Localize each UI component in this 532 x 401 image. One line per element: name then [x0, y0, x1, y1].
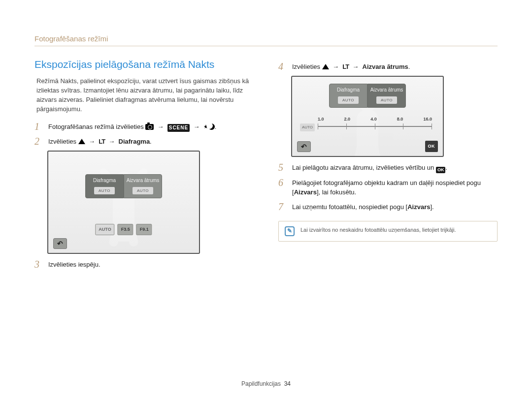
- ok-icon: OK: [436, 167, 446, 173]
- tab-diaphragm[interactable]: Diafragma AUTO: [85, 174, 124, 198]
- step-text: Izvēlieties → LT → Aizvara ātrums.: [292, 61, 498, 72]
- auto-badge: AUTO: [376, 96, 397, 104]
- content-columns: Ekspozīcijas pielāgošana režīmā Nakts Re…: [34, 57, 498, 274]
- step-number: 4: [278, 61, 287, 72]
- step-text: Pielāgojiet fotografējamo objektu kadram…: [292, 177, 498, 197]
- chip-auto[interactable]: AUTO: [95, 224, 114, 235]
- note-icon: ✎: [285, 226, 295, 236]
- lt-icon: LT: [342, 63, 349, 70]
- tab-shutter[interactable]: Aizvara ātrums AUTO: [124, 174, 162, 198]
- note-text: Lai izvairītos no neskaidru fotoattēlu u…: [300, 226, 456, 234]
- slider-auto-chip[interactable]: AUTO: [300, 123, 315, 131]
- intro-text: Režīmā Nakts, palielinot ekspozīciju, va…: [34, 77, 254, 114]
- step-number: 6: [278, 177, 287, 188]
- tab-diaphragm[interactable]: Diafragma AUTO: [329, 84, 367, 108]
- footer-page: 34: [284, 380, 291, 387]
- note-box: ✎ Lai izvairītos no neskaidru fotoattēlu…: [278, 221, 498, 242]
- ok-button[interactable]: OK: [425, 141, 438, 152]
- step-3: 3 Izvēlieties iespēju.: [34, 259, 254, 270]
- auto-badge: AUTO: [338, 96, 359, 104]
- left-column: Ekspozīcijas pielāgošana režīmā Nakts Re…: [34, 57, 254, 274]
- step-text: Izvēlieties → LT → Diafragma.: [48, 136, 254, 147]
- step-text: Fotografēšanas režīmā izvēlieties → SCEN…: [48, 121, 254, 132]
- step-5: 5 Lai pielāgotu aizvara ātrumu, izvēliet…: [278, 162, 498, 173]
- step-number: 3: [34, 259, 43, 270]
- step-number: 1: [34, 121, 43, 132]
- page-title: Ekspozīcijas pielāgošana režīmā Nakts: [34, 57, 254, 72]
- triangle-up-icon: [322, 64, 329, 69]
- mode-tabs: Diafragma AUTO Aizvara ātrums AUTO: [85, 174, 162, 198]
- camera-icon: [145, 124, 154, 130]
- chip-f35[interactable]: F3.5: [118, 224, 133, 235]
- step-1: 1 Fotografēšanas režīmā izvēlieties → SC…: [34, 121, 254, 132]
- step-text: Lai pielāgotu aizvara ātrumu, izvēlietie…: [292, 162, 498, 173]
- chip-f91[interactable]: F9.1: [136, 224, 152, 235]
- back-arrow-icon: ↶: [57, 239, 63, 248]
- moon-icon: [208, 123, 215, 130]
- auto-badge: AUTO: [133, 187, 153, 195]
- step-6: 6 Pielāgojiet fotografējamo objektu kadr…: [278, 177, 498, 197]
- camera-screen-diaphragm: Diafragma AUTO Aizvara ātrums AUTO AUTO …: [47, 151, 200, 254]
- footer-section: Papildfunkcijas: [241, 380, 281, 387]
- back-arrow-icon: ↶: [301, 142, 307, 152]
- camera-screen-shutter: Diafragma AUTO Aizvara ātrums AUTO AUTO …: [291, 76, 444, 157]
- lt-icon: LT: [99, 138, 105, 145]
- step-2: 2 Izvēlieties → LT → Diafragma.: [34, 136, 254, 147]
- back-button[interactable]: ↶: [53, 238, 67, 249]
- scene-icon: SCENE: [167, 124, 190, 132]
- right-column: 4 Izvēlieties → LT → Aizvara ātrums. Dia…: [278, 57, 498, 274]
- step-number: 5: [278, 162, 287, 173]
- step-number: 7: [278, 201, 287, 212]
- step-4: 4 Izvēlieties → LT → Aizvara ātrums.: [278, 61, 498, 72]
- step-text: Lai uzņemtu fotoattēlu, nospiediet pogu …: [292, 201, 498, 212]
- shutter-slider[interactable]: AUTO 1.0 2.0 4.0 8.0 16.0: [303, 121, 432, 133]
- step-7: 7 Lai uzņemtu fotoattēlu, nospiediet pog…: [278, 201, 498, 212]
- page-footer: Papildfunkcijas 34: [0, 380, 532, 387]
- section-header: Fotografēšanas režīmi: [34, 34, 498, 46]
- back-button[interactable]: ↶: [297, 141, 311, 152]
- step-number: 2: [34, 136, 43, 147]
- slider-ticks: [318, 123, 432, 129]
- mode-tabs: Diafragma AUTO Aizvara ātrums AUTO: [329, 84, 406, 108]
- tab-shutter[interactable]: Aizvara ātrums AUTO: [367, 84, 406, 108]
- step-text: Izvēlieties iespēju.: [48, 259, 254, 270]
- triangle-up-icon: [78, 139, 85, 144]
- slider-labels: 1.0 2.0 4.0 8.0 16.0: [318, 116, 432, 123]
- auto-badge: AUTO: [94, 187, 115, 195]
- value-chips: AUTO F3.5 F9.1: [95, 224, 152, 235]
